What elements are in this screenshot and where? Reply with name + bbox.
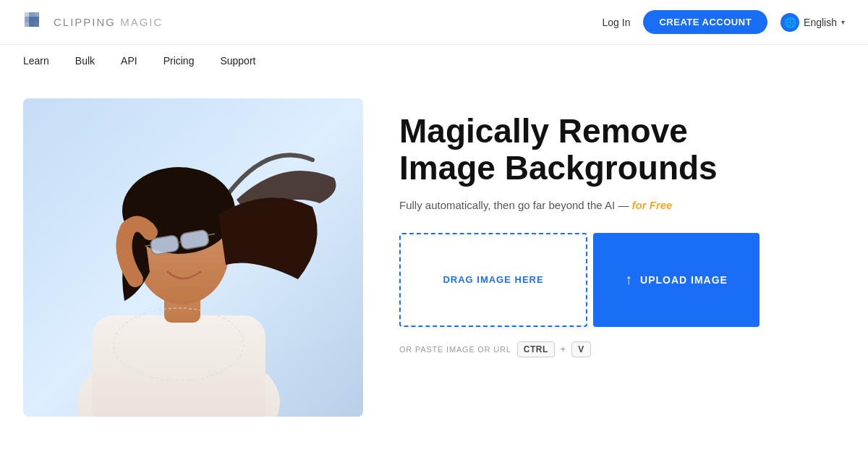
header-right: Log In CREATE ACCOUNT 🌐 English ▾ <box>603 10 845 34</box>
nav-item-bulk[interactable]: Bulk <box>75 55 95 67</box>
hero-title-line2: Image Backgrounds <box>399 149 718 187</box>
logo-text: CLIPPING MAGIC <box>54 16 163 28</box>
hero-subtitle: Fully automatically, then go far beyond … <box>399 197 845 214</box>
nav-item-api[interactable]: API <box>121 55 137 67</box>
svg-point-15 <box>137 221 155 233</box>
create-account-button[interactable]: CREATE ACCOUNT <box>643 10 767 34</box>
paste-text: OR PASTE IMAGE OR URL <box>399 345 511 354</box>
plus-separator: + <box>561 344 566 354</box>
language-selector[interactable]: 🌐 English ▾ <box>780 13 845 32</box>
logo-icon <box>23 11 46 34</box>
upload-icon: ↑ <box>625 271 633 288</box>
chevron-down-icon: ▾ <box>841 18 845 26</box>
logo-sub-text: MAGIC <box>116 16 163 28</box>
upload-area: DRAG IMAGE HERE ↑ UPLOAD IMAGE <box>399 233 845 327</box>
language-label: English <box>804 17 837 28</box>
nav-item-support[interactable]: Support <box>220 55 255 67</box>
upload-label: UPLOAD IMAGE <box>640 274 728 286</box>
drag-label: DRAG IMAGE HERE <box>443 274 543 285</box>
hero-right: Magically Remove Image Backgrounds Fully… <box>370 98 845 357</box>
ctrl-key-badge: CTRL <box>517 341 555 357</box>
nav-item-learn[interactable]: Learn <box>23 55 49 67</box>
login-link[interactable]: Log In <box>603 17 631 28</box>
hero-image <box>23 98 363 417</box>
upload-image-button[interactable]: ↑ UPLOAD IMAGE <box>593 233 760 327</box>
hero-image-area <box>23 98 370 417</box>
hero-woman-illustration <box>23 98 363 417</box>
hero-subtitle-free: for Free <box>632 199 673 211</box>
paste-area: OR PASTE IMAGE OR URL CTRL + V <box>399 341 845 357</box>
hero-subtitle-prefix: Fully automatically, then go far beyond … <box>399 199 632 211</box>
main-content: Magically Remove Image Backgrounds Fully… <box>0 77 868 417</box>
drag-drop-zone[interactable]: DRAG IMAGE HERE <box>399 233 587 327</box>
logo-main-text: CLIPPING <box>54 16 116 28</box>
hero-title: Magically Remove Image Backgrounds <box>399 113 845 186</box>
hero-title-line1: Magically Remove <box>399 112 688 150</box>
v-key-badge: V <box>571 341 591 357</box>
logo-area: CLIPPING MAGIC <box>23 11 163 34</box>
nav-item-pricing[interactable]: Pricing <box>163 55 195 67</box>
globe-icon: 🌐 <box>780 13 799 32</box>
svg-line-12 <box>178 242 181 243</box>
main-nav: Learn Bulk API Pricing Support <box>0 45 868 77</box>
header: CLIPPING MAGIC Log In CREATE ACCOUNT 🌐 E… <box>0 0 868 45</box>
svg-rect-3 <box>29 17 39 27</box>
